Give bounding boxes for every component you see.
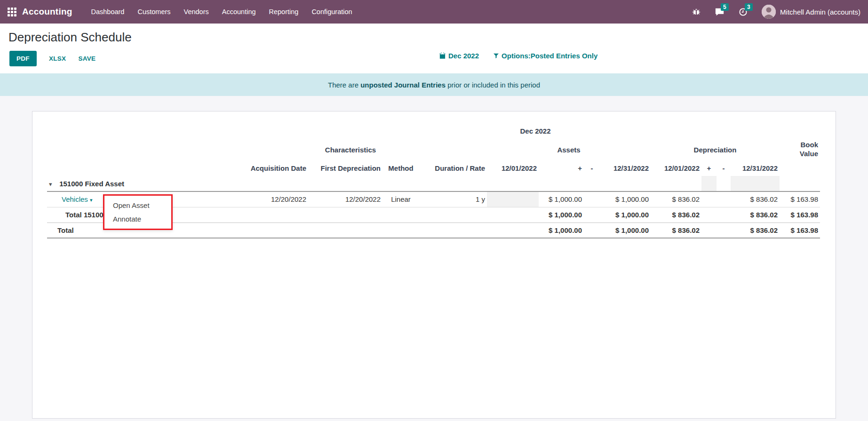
account-group-name: 151000 Fixed Asset — [59, 180, 124, 188]
collapse-caret-icon[interactable]: ▾ — [49, 181, 56, 188]
activities-badge: 3 — [745, 3, 753, 11]
cell-acquisition-date: 12/20/2022 — [214, 191, 308, 207]
cell-dep-close: $ 836.02 — [731, 191, 780, 207]
subtotal-dep-close: $ 836.02 — [731, 207, 780, 222]
cell-method: Linear — [382, 191, 419, 207]
asset-context-menu: Open Asset Annotate — [103, 194, 173, 230]
total-label: Total — [57, 226, 74, 234]
cell-dep-open: $ 836.02 — [651, 191, 701, 207]
col-assets-close: 12/31/2022 — [600, 160, 651, 176]
group-characteristics: Characteristics — [214, 139, 487, 160]
funnel-icon — [493, 53, 499, 59]
page-title: Depreciation Schedule — [0, 29, 868, 45]
cell-assets-close: $ 1,000.00 — [600, 191, 651, 207]
total-dep-close: $ 836.02 — [731, 222, 780, 238]
apps-grid-icon[interactable] — [8, 8, 16, 16]
cell-first-depreciation: 12/20/2022 — [308, 191, 382, 207]
report-card: Dec 2022 Characteristics Assets Deprecia… — [32, 111, 836, 419]
total-dep-open: $ 836.02 — [651, 222, 701, 238]
column-header-row: Acquisition Date First Depreciation Meth… — [47, 160, 820, 176]
group-depreciation: Depreciation — [651, 139, 780, 160]
total-assets-close: $ 1,000.00 — [600, 222, 651, 238]
menu-configuration[interactable]: Configuration — [305, 0, 358, 24]
period-header-row: Dec 2022 — [47, 123, 820, 139]
user-name: Mitchell Admin (accounts) — [780, 8, 860, 16]
menu-accounting[interactable]: Accounting — [215, 0, 263, 24]
total-assets-plus: $ 1,000.00 — [539, 222, 584, 238]
col-assets-minus: - — [584, 160, 600, 176]
avatar — [762, 5, 776, 19]
col-assets-open: 12/01/2022 — [487, 160, 539, 176]
messages-badge: 5 — [721, 3, 729, 11]
total-book-value: $ 163.98 — [780, 222, 820, 238]
xlsx-button[interactable]: XLSX — [49, 55, 66, 62]
col-duration-rate: Duration / Rate — [419, 160, 487, 176]
options-filter-label: Options:Posted Entries Only — [502, 52, 597, 60]
pdf-button[interactable]: PDF — [9, 51, 37, 66]
save-button[interactable]: SAVE — [78, 55, 96, 62]
col-first-depreciation: First Depreciation — [308, 160, 382, 176]
menu-item-open-asset[interactable]: Open Asset — [104, 199, 171, 212]
menu-reporting[interactable]: Reporting — [263, 0, 305, 24]
bug-icon[interactable] — [692, 8, 701, 16]
report-header: Depreciation Schedule PDF XLSX SAVE Dec … — [0, 24, 868, 73]
cell-duration: 1 y — [419, 191, 487, 207]
date-filter-label: Dec 2022 — [448, 52, 479, 60]
asset-name: Vehicles — [62, 195, 88, 203]
chevron-down-icon: ▾ — [90, 197, 93, 203]
account-group-row: ▾ 151000 Fixed Asset — [47, 176, 820, 191]
calendar-icon — [439, 52, 446, 59]
period-header: Dec 2022 — [487, 123, 584, 139]
subtotal-dep-open: $ 836.02 — [651, 207, 701, 222]
banner-text-bold: unposted Journal Entries — [360, 81, 446, 89]
col-acquisition-date: Acquisition Date — [214, 160, 308, 176]
menu-customers[interactable]: Customers — [131, 0, 177, 24]
col-dep-open: 12/01/2022 — [651, 160, 701, 176]
cell-dep-minus — [717, 191, 731, 207]
main-menu: Dashboard Customers Vendors Accounting R… — [85, 0, 359, 24]
unposted-entries-banner: There are unposted Journal Entries prior… — [0, 73, 868, 96]
main-content: Dec 2022 Characteristics Assets Deprecia… — [0, 96, 868, 421]
col-dep-close: 12/31/2022 — [731, 160, 780, 176]
options-filter[interactable]: Options:Posted Entries Only — [493, 52, 597, 60]
group-assets: Assets — [487, 139, 651, 160]
group-header-row: Characteristics Assets Depreciation Book… — [47, 139, 820, 160]
menu-item-annotate[interactable]: Annotate — [104, 212, 171, 226]
col-assets-plus: + — [539, 160, 584, 176]
subtotal-assets-plus: $ 1,000.00 — [539, 207, 584, 222]
user-menu[interactable]: Mitchell Admin (accounts) — [762, 5, 860, 19]
banner-text-prefix: There are — [328, 81, 360, 89]
subtotal-assets-close: $ 1,000.00 — [600, 207, 651, 222]
app-name[interactable]: Accounting — [22, 7, 72, 17]
col-dep-minus: - — [717, 160, 731, 176]
cell-book-value: $ 163.98 — [780, 191, 820, 207]
banner-text-suffix: prior or included in this period — [446, 81, 540, 89]
activities-icon[interactable]: 3 — [739, 8, 748, 16]
date-filter[interactable]: Dec 2022 — [439, 52, 479, 60]
top-navbar: Accounting Dashboard Customers Vendors A… — [0, 0, 868, 24]
messages-icon[interactable]: 5 — [715, 8, 725, 16]
menu-dashboard[interactable]: Dashboard — [85, 0, 131, 24]
menu-vendors[interactable]: Vendors — [177, 0, 215, 24]
col-dep-plus: + — [701, 160, 717, 176]
cell-assets-open — [487, 191, 539, 207]
asset-dropdown-link[interactable]: Vehicles ▾ — [62, 195, 93, 203]
subtotal-book-value: $ 163.98 — [780, 207, 820, 222]
group-book-value: Book Value — [780, 139, 820, 160]
col-method: Method — [382, 160, 419, 176]
cell-assets-plus: $ 1,000.00 — [539, 191, 584, 207]
cell-assets-minus — [584, 191, 600, 207]
cell-dep-plus — [701, 191, 717, 207]
